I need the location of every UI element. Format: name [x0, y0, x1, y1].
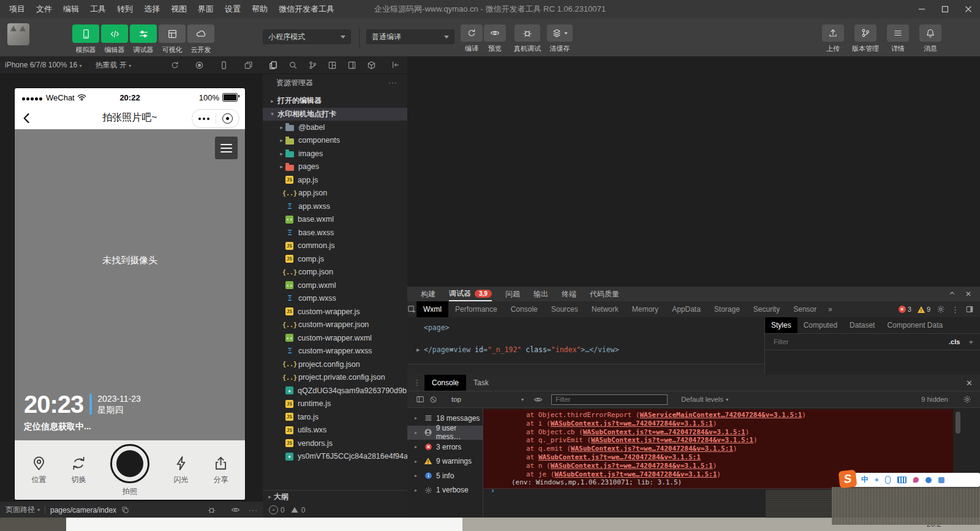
devtools-tab-wxml[interactable]: Wxml: [417, 301, 448, 317]
minimize-button[interactable]: [910, 0, 933, 18]
panels-icon[interactable]: [328, 61, 337, 70]
toolbar-editor-button[interactable]: 编辑器: [101, 24, 128, 55]
tree-section-2[interactable]: ▾水印相机地点打卡: [263, 108, 407, 121]
console-tab-2[interactable]: Task: [466, 375, 496, 391]
devtools-tab-performance[interactable]: Performance: [448, 301, 504, 317]
build-icon[interactable]: [367, 61, 376, 70]
clear-console-icon[interactable]: [429, 396, 437, 404]
action-eye-button[interactable]: 预览: [484, 24, 506, 53]
problems-summary[interactable]: × 0 0: [263, 502, 407, 518]
console-filter-warning[interactable]: ▸9 warnings: [407, 454, 483, 469]
maximize-button[interactable]: [933, 0, 957, 18]
panel-menu-icon[interactable]: ⋮: [413, 378, 421, 387]
menu-item-6[interactable]: 选择: [138, 0, 165, 18]
tree-item[interactable]: Ξcomp.wxss: [263, 292, 407, 306]
tree-item[interactable]: JStaro.js: [263, 410, 407, 424]
tree-item[interactable]: Ξcustom-wrapper.wxss: [263, 345, 407, 358]
log-levels-select[interactable]: Default levels▾: [681, 396, 728, 403]
tree-item[interactable]: ▸components: [263, 134, 407, 148]
camera-share-button[interactable]: 分享: [213, 455, 229, 485]
console-prompt[interactable]: ›: [491, 486, 495, 495]
collapse-sidebar-icon[interactable]: [391, 61, 400, 69]
tree-item[interactable]: JScustom-wrapper.js: [263, 305, 407, 318]
preview-eye-icon[interactable]: [231, 505, 240, 514]
tree-item[interactable]: ▸@babel: [263, 121, 407, 134]
wxml-line[interactable]: </page>: [407, 344, 764, 355]
copy-icon[interactable]: [121, 506, 129, 514]
device-select[interactable]: iPhone 6/7/8 100% 16 ▾: [5, 61, 81, 69]
tree-item[interactable]: {..}project.private.config.json: [263, 371, 407, 385]
page-path-select[interactable]: 页面路径▾: [6, 505, 40, 515]
compile-select[interactable]: 普通编译: [366, 29, 454, 44]
hot-reload-toggle[interactable]: 热重载 开 ▾: [95, 60, 131, 70]
tree-item[interactable]: {..}app.json: [263, 187, 407, 200]
menu-item-4[interactable]: 工具: [85, 0, 111, 18]
tabs-overflow[interactable]: »: [823, 305, 837, 314]
toolbar-lines-button[interactable]: 详情: [887, 24, 909, 53]
tree-item[interactable]: JSapp.js: [263, 173, 407, 187]
menu-item-8[interactable]: 界面: [192, 0, 219, 18]
context-select[interactable]: top▾: [451, 396, 524, 403]
taskbar-window-preview[interactable]: [66, 518, 462, 531]
styles-tab-4[interactable]: Component Data: [881, 317, 949, 333]
devtools-tab-security[interactable]: Security: [747, 301, 786, 317]
menu-item-11[interactable]: 微信开发者工具: [273, 0, 340, 18]
debug-icon[interactable]: [207, 505, 216, 514]
panel-tab-4[interactable]: 输出: [533, 287, 548, 301]
console-filter-verbose[interactable]: ▸1 verbose: [407, 483, 483, 498]
menu-item-2[interactable]: 文件: [31, 0, 58, 18]
tree-item[interactable]: ▲qQZdUG34qsam9a9263790d9b...: [263, 384, 407, 397]
console-filter-info[interactable]: ▸5 info: [407, 469, 483, 483]
cls-button[interactable]: .cls: [949, 338, 960, 345]
stack-frame-link[interactable]: WASubContext.js?t=we…742047284&v=3.1.5:1: [591, 436, 753, 444]
stack-frame-link[interactable]: WASubContext.js?t=we…742047284&v=3.1.5:1: [583, 428, 745, 436]
explorer-menu-icon[interactable]: ···: [388, 78, 398, 87]
stack-frame-link[interactable]: WASubContext.js?t=we…742047284&v=3.1.5:1: [554, 470, 717, 478]
close-panel-icon[interactable]: ✕: [965, 290, 971, 298]
more-options-icon[interactable]: ⋮: [951, 305, 959, 314]
stack-frame-link[interactable]: WASubContext.js?t=we…742047284&v=3.1.5:1: [571, 445, 733, 453]
console-tab-1[interactable]: Console: [424, 375, 466, 391]
devtools-tab-sensor[interactable]: Sensor: [786, 301, 823, 317]
console-filter-user[interactable]: ▸9 user mess…: [407, 426, 483, 440]
record-icon[interactable]: [195, 61, 204, 70]
stack-frame-link[interactable]: WAServiceMainContext…742047284&v=3.1.5:1: [639, 411, 802, 419]
tree-item[interactable]: ‹›custom-wrapper.wxml: [263, 331, 407, 345]
menu-item-9[interactable]: 设置: [219, 0, 246, 18]
toolbar-visual-button[interactable]: 可视化: [159, 24, 186, 55]
tree-section-1[interactable]: ▸打开的编辑器: [263, 94, 407, 108]
panel-tab-2[interactable]: 调试器3,9: [449, 287, 492, 301]
stack-frame-link[interactable]: WASubContext.js?t=we…742047284&v=3.1.5:1: [551, 420, 713, 427]
menu-item-10[interactable]: 帮助: [246, 0, 273, 18]
toolbar-bell-button[interactable]: 消息: [919, 24, 941, 53]
console-scrollbar[interactable]: [956, 412, 960, 434]
close-panel-icon[interactable]: ✕: [966, 378, 973, 388]
toolbar-simulator-button[interactable]: 模拟器: [72, 24, 99, 55]
devtools-tab-appdata[interactable]: AppData: [665, 301, 707, 317]
styles-tab-2[interactable]: Computed: [797, 317, 843, 333]
tree-item[interactable]: Ξapp.wxss: [263, 200, 407, 213]
add-style-button[interactable]: +: [968, 337, 973, 347]
search-icon[interactable]: [288, 61, 298, 70]
tree-item[interactable]: ▸images: [263, 147, 407, 160]
console-filter-list[interactable]: ▸18 messages: [407, 411, 483, 426]
menu-item-3[interactable]: 编辑: [58, 0, 85, 18]
toolbar-branch-button[interactable]: 版本管理: [854, 24, 876, 53]
tree-item[interactable]: {..}comp.json: [263, 266, 407, 279]
settings-gear-icon[interactable]: [937, 305, 945, 314]
toolbar-debug-sliders-button[interactable]: 调试器: [130, 24, 157, 55]
toolbar-cloud-button[interactable]: 云开发: [187, 24, 214, 55]
devtools-tab-console[interactable]: Console: [504, 301, 545, 317]
devtools-tab-storage[interactable]: Storage: [707, 301, 747, 317]
console-filter-input[interactable]: [551, 394, 668, 405]
outline-section[interactable]: ▸大纲: [263, 490, 407, 503]
camera-shutter-button[interactable]: 拍照: [110, 444, 149, 497]
stack-frame-link[interactable]: WASubContext.js?t=we…742047284&v=3.1.5:1: [551, 462, 713, 470]
refresh-icon[interactable]: [170, 61, 179, 70]
avatar[interactable]: [7, 23, 29, 45]
camera-flash-button[interactable]: 闪光: [173, 455, 189, 485]
devtools-tab-memory[interactable]: Memory: [625, 301, 665, 317]
hamburger-menu-button[interactable]: [215, 137, 238, 159]
inspect-icon[interactable]: [407, 305, 417, 314]
statusbar-more-icon[interactable]: ···: [249, 506, 258, 514]
